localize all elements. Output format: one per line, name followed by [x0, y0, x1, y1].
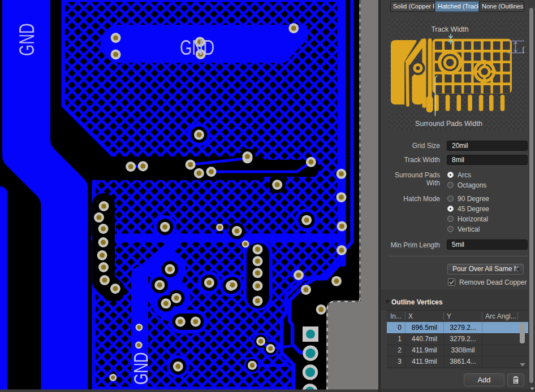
svg-text:Surround Pads Width: Surround Pads Width — [415, 120, 482, 128]
svg-text:Track Width: Track Width — [431, 25, 468, 33]
svg-text:(: ( — [523, 45, 525, 53]
svg-text:GND: GND — [180, 36, 214, 59]
svg-text:GND: GND — [15, 23, 38, 56]
svg-text:GND: GND — [130, 352, 152, 385]
